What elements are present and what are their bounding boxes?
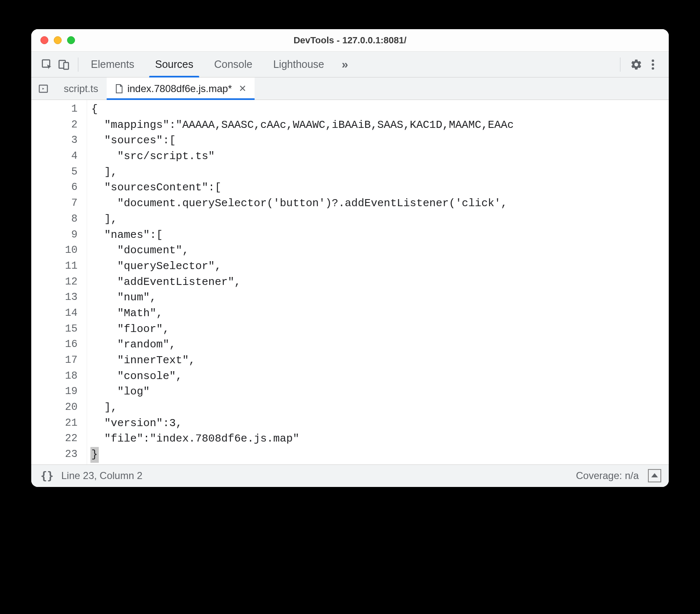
- more-menu-icon[interactable]: [645, 56, 661, 73]
- line-number: 12: [31, 275, 78, 290]
- code-editor[interactable]: 1234567891011121314151617181920212223 { …: [31, 100, 669, 464]
- code-line[interactable]: "version":3,: [91, 416, 669, 432]
- traffic-lights: [31, 36, 75, 44]
- code-line[interactable]: "mappings":"AAAAA,SAASC,cAAc,WAAWC,iBAAi…: [91, 117, 669, 133]
- code-line[interactable]: "innerText",: [91, 353, 669, 369]
- line-number: 6: [31, 180, 78, 196]
- line-number: 3: [31, 133, 78, 149]
- line-number: 23: [31, 447, 78, 463]
- svg-point-5: [652, 67, 654, 70]
- svg-rect-2: [64, 62, 68, 69]
- line-number: 8: [31, 212, 78, 227]
- navigator-toggle-icon[interactable]: [31, 77, 55, 100]
- file-tab-script-ts[interactable]: script.ts: [55, 77, 107, 100]
- window-maximize-button[interactable]: [67, 36, 75, 44]
- cursor-position-label: Line 23, Column 2: [61, 470, 142, 482]
- code-line[interactable]: "sourcesContent":[: [91, 180, 669, 196]
- line-number: 17: [31, 353, 78, 369]
- line-number: 21: [31, 416, 78, 432]
- line-number: 22: [31, 431, 78, 447]
- close-tab-icon[interactable]: ✕: [239, 83, 246, 94]
- line-number: 15: [31, 322, 78, 337]
- device-toggle-icon[interactable]: [55, 56, 72, 73]
- line-number: 19: [31, 384, 78, 400]
- code-line[interactable]: "num",: [91, 290, 669, 306]
- line-number: 11: [31, 259, 78, 275]
- line-number: 20: [31, 400, 78, 416]
- code-content[interactable]: { "mappings":"AAAAA,SAASC,cAAc,WAAWC,iBA…: [87, 100, 669, 464]
- file-tab-label: script.ts: [64, 83, 98, 95]
- code-line[interactable]: "document.querySelector('button')?.addEv…: [91, 196, 669, 212]
- code-line[interactable]: ],: [91, 212, 669, 227]
- line-number: 2: [31, 117, 78, 133]
- code-line[interactable]: "file":"index.7808df6e.js.map": [91, 431, 669, 447]
- panel-tab-label: Elements: [91, 58, 134, 70]
- line-number: 9: [31, 227, 78, 243]
- pretty-print-button[interactable]: {}: [39, 469, 55, 482]
- code-line[interactable]: "querySelector",: [91, 259, 669, 275]
- line-gutter: 1234567891011121314151617181920212223: [31, 100, 87, 464]
- code-line[interactable]: "console",: [91, 369, 669, 384]
- file-tab-index-map[interactable]: index.7808df6e.js.map* ✕: [107, 77, 255, 100]
- code-line[interactable]: "document",: [91, 243, 669, 259]
- panel-tab-lighthouse[interactable]: Lighthouse: [272, 52, 325, 77]
- toolbar-divider: [620, 57, 620, 72]
- code-line[interactable]: "log": [91, 384, 669, 400]
- panel-overflow-button[interactable]: »: [342, 58, 347, 71]
- line-number: 16: [31, 337, 78, 353]
- panel-tab-sources[interactable]: Sources: [154, 52, 194, 77]
- code-line[interactable]: "addEventListener",: [91, 275, 669, 290]
- window-close-button[interactable]: [40, 36, 48, 44]
- svg-point-4: [652, 63, 654, 66]
- settings-gear-icon[interactable]: [628, 56, 645, 73]
- code-line[interactable]: ],: [91, 400, 669, 416]
- code-line[interactable]: ],: [91, 165, 669, 180]
- svg-point-3: [652, 59, 654, 62]
- file-icon: [115, 84, 123, 94]
- panel-tab-label: Console: [214, 58, 252, 70]
- line-number: 13: [31, 290, 78, 306]
- toolbar-divider: [78, 57, 78, 72]
- panel-tab-elements[interactable]: Elements: [90, 52, 135, 77]
- code-line[interactable]: "Math",: [91, 306, 669, 322]
- panel-tab-label: Lighthouse: [273, 58, 324, 70]
- window-title: DevTools - 127.0.0.1:8081/: [31, 35, 669, 46]
- line-number: 5: [31, 165, 78, 180]
- inspect-element-icon[interactable]: [39, 56, 55, 73]
- show-drawer-icon[interactable]: [648, 469, 661, 482]
- code-line[interactable]: "src/script.ts": [91, 149, 669, 165]
- line-number: 18: [31, 369, 78, 384]
- file-tabs: script.ts index.7808df6e.js.map* ✕: [31, 77, 669, 100]
- file-tab-label: index.7808df6e.js.map*: [128, 83, 232, 95]
- status-bar: {} Line 23, Column 2 Coverage: n/a: [31, 464, 669, 487]
- line-number: 1: [31, 102, 78, 117]
- code-line[interactable]: "random",: [91, 337, 669, 353]
- line-number: 4: [31, 149, 78, 165]
- code-line[interactable]: "names":[: [91, 227, 669, 243]
- panel-tabs: Elements Sources Console Lighthouse: [90, 52, 325, 77]
- window-minimize-button[interactable]: [54, 36, 62, 44]
- panel-tab-label: Sources: [155, 58, 193, 70]
- line-number: 10: [31, 243, 78, 259]
- devtools-window: DevTools - 127.0.0.1:8081/ Elements Sour…: [31, 29, 669, 487]
- line-number: 14: [31, 306, 78, 322]
- panel-tab-console[interactable]: Console: [213, 52, 253, 77]
- code-line[interactable]: "sources":[: [91, 133, 669, 149]
- code-line[interactable]: }: [91, 447, 669, 463]
- main-toolbar: Elements Sources Console Lighthouse »: [31, 52, 669, 77]
- titlebar: DevTools - 127.0.0.1:8081/: [31, 29, 669, 52]
- coverage-label: Coverage: n/a: [576, 470, 639, 482]
- code-line[interactable]: {: [91, 102, 669, 117]
- code-line[interactable]: "floor",: [91, 322, 669, 337]
- line-number: 7: [31, 196, 78, 212]
